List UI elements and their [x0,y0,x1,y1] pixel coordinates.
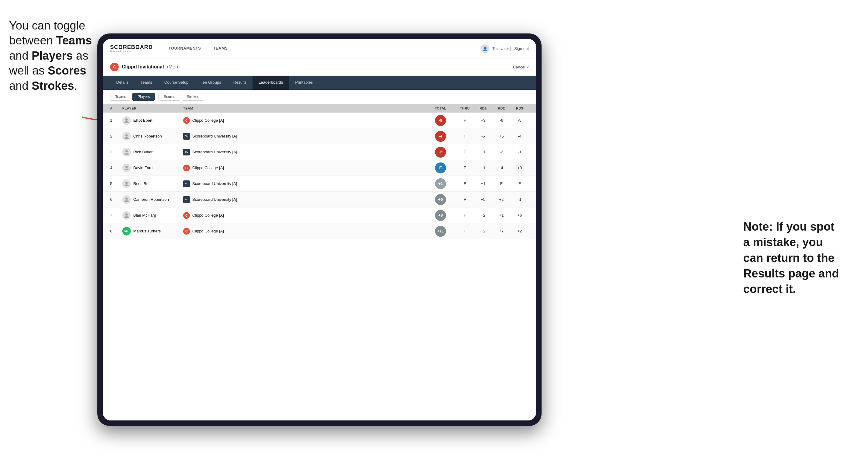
thru-8: F [456,229,474,234]
note-line4: Results page and [743,267,839,280]
total-3: -2 [425,147,456,158]
col-rd1: RD1 [474,106,492,110]
avatar-david [122,164,131,172]
team-logo-dark-6: SU [183,196,190,203]
avatar-chris [122,132,131,141]
rank-1: 1 [110,118,122,123]
team-logo-red-4: C [183,164,190,171]
sign-out-link[interactable]: Sign out [514,46,529,51]
toggle-strokes[interactable]: Strokes [182,93,205,101]
total-7: +8 [425,210,456,221]
rd1-4: +1 [474,165,492,170]
rd1-5: +1 [474,181,492,186]
cancel-button[interactable]: Cancel × [513,65,529,69]
tab-results[interactable]: Results [227,76,252,90]
svg-point-3 [125,150,128,152]
team-su-2: SU Scoreboard University [A] [183,133,425,139]
team-su-6: SU Scoreboard University [A] [183,196,425,203]
col-rd3: RD3 [510,106,529,110]
toggle-players[interactable]: Players [132,93,155,101]
table-row: 8 MT Marcus Turners C Clippd College [A]… [103,223,536,239]
rd1-6: +5 [474,197,492,202]
rd2-2: +5 [492,134,510,138]
table-row: 3 Rich Butler SU Scoreboard University [… [103,144,536,160]
tournament-gender: (Men) [167,64,180,70]
avatar-marcus: MT [122,227,131,236]
tab-teams[interactable]: Teams [134,76,158,90]
toggle-teams[interactable]: Teams [110,93,131,101]
logo-text: SCOREBOARD [110,44,153,51]
player-chris: Chris Robertson [122,132,183,141]
tab-tee-groups[interactable]: Tee Groups [195,76,227,90]
team-logo-dark-3: SU [183,149,190,155]
avatar-rees [122,180,131,188]
player-cameron: Cameron Robertson [122,195,183,204]
table-row: 5 Rees Britt SU Scoreboard University [A… [103,176,536,192]
sub-nav: Details Teams Course Setup Tee Groups Re… [103,76,536,90]
tablet-screen: SCOREBOARD Powered by clippd TOURNAMENTS… [103,39,536,421]
rd2-6: +2 [492,197,510,202]
player-blair: Blair McHarg [122,211,183,220]
note-line5: correct it. [743,283,796,295]
nav-tournaments[interactable]: TOURNAMENTS [162,39,207,58]
rank-5: 5 [110,181,122,186]
rd3-6: -1 [510,197,529,202]
tab-details[interactable]: Details [110,76,134,90]
table-header: # PLAYER TEAM TOTAL THRU RD1 RD2 RD3 [103,104,536,113]
rd2-7: +1 [492,213,510,218]
rd3-3: -1 [510,150,529,154]
thru-1: F [456,118,474,123]
logo-subtitle: Powered by clippd [110,50,153,53]
annotation-line1: You can toggle [9,19,85,32]
nav-items: TOURNAMENTS TEAMS [162,39,481,58]
rank-6: 6 [110,197,122,202]
rd1-3: +1 [474,150,492,154]
total-6: +6 [425,194,456,205]
rank-4: 4 [110,165,122,170]
note-line3: can return to the [743,252,835,264]
rank-8: 8 [110,229,122,234]
team-clippd-1: C Clippd College [A] [183,117,425,124]
table-row: 2 Chris Robertson SU Scoreboard Universi… [103,128,536,144]
team-logo-red-8: C [183,228,190,235]
cancel-icon: × [526,65,529,69]
rank-2: 2 [110,134,122,138]
team-clippd-8: C Clippd College [A] [183,228,425,235]
rd1-8: +2 [474,229,492,234]
col-total: TOTAL [425,106,456,110]
rd3-7: +6 [510,213,529,218]
tablet-device: SCOREBOARD Powered by clippd TOURNAMENTS… [97,33,541,426]
svg-point-6 [125,197,128,200]
avatar-blair [122,211,131,220]
player-rees: Rees Britt [122,180,183,188]
nav-right: 👤 Test User | Sign out [481,44,529,53]
team-clippd-4: C Clippd College [A] [183,164,425,171]
team-clippd-7: C Clippd College [A] [183,212,425,219]
tab-leaderboards[interactable]: Leaderboards [252,76,289,90]
total-4: E [425,162,456,174]
nav-teams[interactable]: TEAMS [207,39,234,58]
player-david: David Ford [122,164,183,172]
svg-point-1 [125,118,128,121]
tab-printables[interactable]: Printables [289,76,319,90]
table-row: 4 David Ford C Clippd College [A] E F +1… [103,160,536,176]
team-logo-dark-5: SU [183,180,190,187]
thru-3: F [456,150,474,154]
table-row: 6 Cameron Robertson SU Scoreboard Univer… [103,192,536,208]
tournament-header: C Clippd Invitational (Men) Cancel × [103,58,536,76]
note-line1: Note: If you spot [743,220,835,233]
tournament-title: C Clippd Invitational (Men) [110,63,180,71]
tab-course-setup[interactable]: Course Setup [158,76,195,90]
left-annotation: You can toggle between Teams and Players… [9,18,94,93]
toggle-scores[interactable]: Scores [158,93,180,101]
leaderboard-table: # PLAYER TEAM TOTAL THRU RD1 RD2 RD3 1 E… [103,104,536,421]
total-2: -4 [425,131,456,142]
rd1-1: +3 [474,118,492,123]
avatar-elliot [122,116,131,125]
rd2-8: +7 [492,229,510,234]
rd1-2: -5 [474,134,492,138]
svg-point-7 [125,213,128,216]
right-annotation: Note: If you spot a mistake, you can ret… [743,219,859,297]
team-su-3: SU Scoreboard University [A] [183,149,425,155]
table-row: 1 Elliot Ebert C Clippd College [A] -8 F… [103,113,536,128]
